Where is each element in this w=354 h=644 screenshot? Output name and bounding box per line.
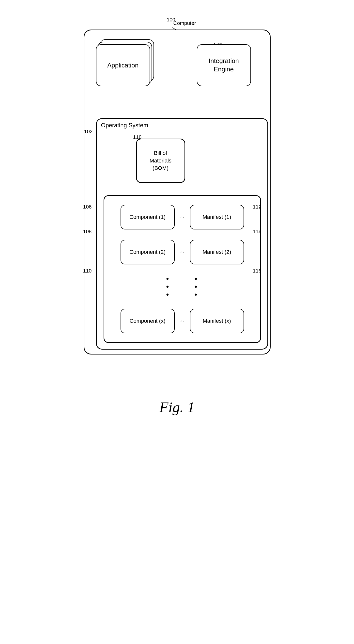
- component-row-x: Component (x) ↔ Manifest (x): [109, 309, 255, 333]
- manifest-x-box: Manifest (x): [190, 309, 244, 333]
- app-label: Application: [107, 62, 138, 69]
- dots-right: •••: [195, 275, 198, 298]
- ref-114: 114: [253, 228, 262, 234]
- bom-label: Bill ofMaterials(BOM): [150, 150, 171, 172]
- component-1-box: Component (1): [121, 205, 175, 230]
- ref-112: 112: [253, 204, 262, 210]
- manifest-2-label: Manifest (2): [202, 249, 231, 255]
- component-2-label: Component (2): [129, 249, 166, 255]
- bom-box: Bill ofMaterials(BOM): [136, 138, 185, 183]
- component-row-2: Component (2) ↔ Manifest (2): [109, 240, 255, 264]
- diagram: 100 Computer 104 Application 140 Integra…: [76, 15, 278, 379]
- os-label: Operating System: [101, 122, 148, 129]
- ref-110: 110: [83, 268, 92, 274]
- manifest-x-label: Manifest (x): [203, 318, 231, 324]
- h-arrow-2: ↔: [180, 249, 185, 255]
- h-arrow-1: ↔: [180, 214, 185, 220]
- component-x-box: Component (x): [121, 309, 175, 333]
- integration-label: IntegrationEngine: [209, 57, 239, 74]
- h-arrow-x: ↔: [180, 318, 185, 324]
- app-stack: Application: [96, 40, 155, 88]
- integration-engine-box: IntegrationEngine: [197, 44, 251, 86]
- component-2-box: Component (2): [121, 240, 175, 264]
- components-area: Component (1) ↔ Manifest (1) Component (…: [104, 195, 261, 343]
- dots-left: •••: [166, 275, 170, 298]
- manifest-1-box: Manifest (1): [190, 205, 244, 230]
- ref-116: 116: [253, 268, 262, 274]
- manifest-2-box: Manifest (2): [190, 240, 244, 264]
- ref-102: 102: [84, 128, 93, 134]
- manifest-1-label: Manifest (1): [202, 214, 231, 220]
- dots-row: ••• •••: [166, 275, 198, 298]
- component-row-1: Component (1) ↔ Manifest (1): [109, 205, 255, 230]
- app-box-front: Application: [96, 44, 150, 86]
- label-computer: Computer: [173, 20, 196, 26]
- component-x-label: Component (x): [130, 318, 166, 324]
- figure-label: Fig. 1: [159, 399, 195, 416]
- ref-108: 108: [83, 228, 92, 234]
- page: 100 Computer 104 Application 140 Integra…: [0, 0, 354, 644]
- os-box: Operating System 118 Bill ofMaterials(BO…: [96, 118, 268, 350]
- ref-106: 106: [83, 204, 92, 210]
- component-1-label: Component (1): [129, 214, 166, 220]
